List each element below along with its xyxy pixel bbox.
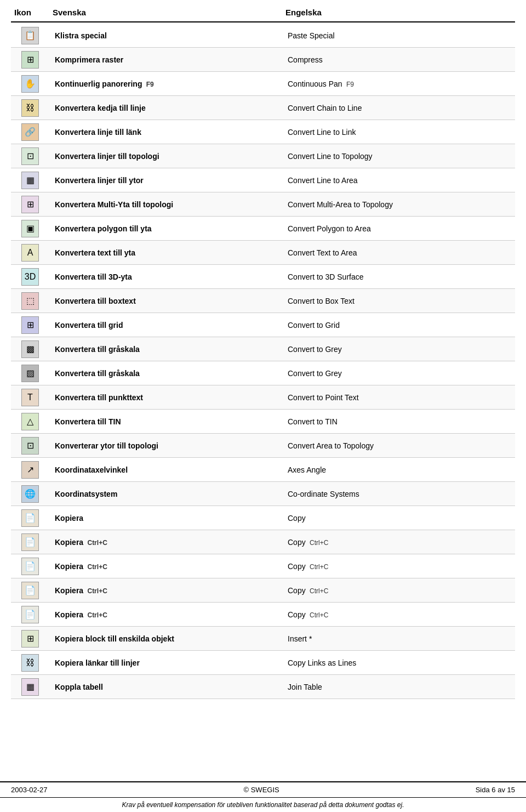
table-row: ⛓Kopiera länkar till linjerCopy Links as… (11, 651, 515, 675)
table-row: △Konvertera till TINConvert to TIN (11, 410, 515, 434)
icon-to-grid: ⊞ (21, 316, 39, 334)
icon-area-to-topology: ⊡ (21, 437, 39, 455)
swedish-label: Konverterar ytor till topologi (49, 438, 282, 453)
swedish-label: Kopiera block till enskilda objekt (49, 631, 282, 646)
table-row: ▩Konvertera till gråskalaConvert to Grey (11, 337, 515, 361)
table-row: ⊞Kopiera block till enskilda objektInser… (11, 627, 515, 651)
icon-copy3: 📄 (21, 558, 39, 575)
swedish-label: Koordinataxelvinkel (49, 462, 282, 478)
footer-date: 2003-02-27 (11, 786, 48, 794)
table-row: ⊞Konvertera Multi-Yta till topologiConve… (11, 192, 515, 217)
english-shortcut: Ctrl+C (308, 587, 329, 595)
table-row: TKonvertera till punkttextConvert to Poi… (11, 385, 515, 410)
english-label: Copy Ctrl+C (282, 535, 515, 550)
swedish-label: Kopiera (49, 510, 282, 526)
icon-cell: A (11, 242, 49, 264)
table-row: 📄Kopiera Ctrl+CCopy Ctrl+C (11, 530, 515, 554)
english-label: Convert Line to Topology (282, 149, 515, 164)
table-row: ▨Konvertera till gråskalaConvert to Grey (11, 361, 515, 385)
english-label: Convert to Grey (282, 366, 515, 381)
icon-cell: ▨ (11, 362, 49, 384)
icon-pan: ✋ (21, 75, 39, 93)
english-label: Convert Multi-Area to Topology (282, 197, 515, 212)
icon-polygon-to-area: ▣ (21, 220, 39, 237)
icon-cell: 📋 (11, 25, 49, 47)
icon-cell: ▦ (11, 676, 49, 698)
icon-axes-angle: ↗ (21, 461, 39, 479)
swedish-label: Komprimera raster (49, 52, 282, 67)
icon-cell: ⬚ (11, 290, 49, 312)
icon-cell: 📄 (11, 507, 49, 529)
table-row: ▣Konvertera polygon till ytaConvert Poly… (11, 217, 515, 241)
icon-cell: ⛓ (11, 652, 49, 674)
icon-cell: ▣ (11, 218, 49, 240)
swedish-label: Konvertera till gråskala (49, 342, 282, 357)
english-label: Convert to Grey (282, 342, 515, 357)
icon-to-grey2: ▨ (21, 365, 39, 382)
footer-note: Krav på eventuell kompensation för utebl… (0, 797, 526, 812)
footer-page: Sida 6 av 15 (476, 786, 515, 794)
icon-cell: ⊡ (11, 435, 49, 457)
english-shortcut: Ctrl+C (308, 539, 329, 547)
swedish-shortcut: Ctrl+C (85, 563, 107, 571)
swedish-label: Konvertera linje till länk (49, 124, 282, 140)
english-label: Insert * (282, 631, 515, 646)
table-row: ↗KoordinataxelvinkelAxes Angle (11, 458, 515, 482)
icon-multi-area-topology: ⊞ (21, 196, 39, 213)
icon-copy4: 📄 (21, 582, 39, 599)
english-label: Convert Line to Link (282, 124, 515, 140)
english-label: Copy Ctrl+C (282, 583, 515, 598)
icon-to-point-text: T (21, 389, 39, 406)
table-row: ⬚Konvertera till boxtextConvert to Box T… (11, 289, 515, 313)
swedish-label: Kopiera Ctrl+C (49, 607, 282, 622)
page-footer: 2003-02-27 © SWEGIS Sida 6 av 15 (0, 781, 526, 797)
english-label: Convert to 3D Surface (282, 269, 515, 285)
english-label: Convert to Grid (282, 317, 515, 333)
icon-cell: 📄 (11, 604, 49, 626)
table-row: ⊞Komprimera rasterCompress (11, 48, 515, 72)
icon-paste-special: 📋 (21, 27, 39, 44)
table-body: 📋Klistra specialPaste Special⊞Komprimera… (11, 24, 515, 699)
swedish-label: Koordinatsystem (49, 486, 282, 502)
swedish-label: Konvertera till gråskala (49, 366, 282, 381)
icon-cell: ⊡ (11, 145, 49, 167)
table-row: AKonvertera text till ytaConvert Text to… (11, 241, 515, 265)
icon-cell: ⊞ (11, 194, 49, 215)
icon-chain-to-line: ⛓ (21, 99, 39, 117)
english-label: Convert to Box Text (282, 293, 515, 309)
icon-line-to-link: 🔗 (21, 123, 39, 141)
icon-cell: ⊞ (11, 314, 49, 336)
table-row: 3DKonvertera till 3D-ytaConvert to 3D Su… (11, 265, 515, 289)
swedish-label: Koppla tabell (49, 679, 282, 695)
table-row: ⛓Konvertera kedja till linjeConvert Chai… (11, 96, 515, 120)
table-row: 📄KopieraCopy (11, 506, 515, 530)
english-label: Continuous Pan F9 (282, 76, 515, 92)
english-label: Axes Angle (282, 462, 515, 478)
icon-copy2: 📄 (21, 533, 39, 551)
english-label: Co-ordinate Systems (282, 486, 515, 502)
icon-cell: 🌐 (11, 483, 49, 505)
icon-to-grey1: ▩ (21, 340, 39, 358)
english-label: Join Table (282, 679, 515, 695)
icon-cell: 📄 (11, 531, 49, 553)
icon-cell: ⊞ (11, 49, 49, 71)
table-row: ▦Konvertera linjer till ytorConvert Line… (11, 168, 515, 192)
icon-line-to-topology: ⊡ (21, 147, 39, 165)
english-label: Compress (282, 52, 515, 67)
icon-line-to-area: ▦ (21, 172, 39, 189)
swedish-shortcut: Ctrl+C (85, 587, 107, 595)
icon-cell: ▩ (11, 338, 49, 360)
swedish-label: Kopiera Ctrl+C (49, 583, 282, 598)
table-row: ▦Koppla tabellJoin Table (11, 675, 515, 699)
swedish-label: Konvertera till grid (49, 317, 282, 333)
english-label: Paste Special (282, 28, 515, 43)
english-shortcut: Ctrl+C (308, 611, 329, 619)
icon-coord-systems: 🌐 (21, 485, 39, 503)
table-row: ⊡Konverterar ytor till topologiConvert A… (11, 434, 515, 458)
table-row: ⊞Konvertera till gridConvert to Grid (11, 313, 515, 337)
icon-copy5: 📄 (21, 606, 39, 623)
table-row: ✋Kontinuerlig panorering F9Continuous Pa… (11, 72, 515, 96)
icon-cell: ⊞ (11, 628, 49, 650)
swedish-label: Kopiera Ctrl+C (49, 535, 282, 550)
footer-brand: © SWEGIS (244, 786, 279, 794)
